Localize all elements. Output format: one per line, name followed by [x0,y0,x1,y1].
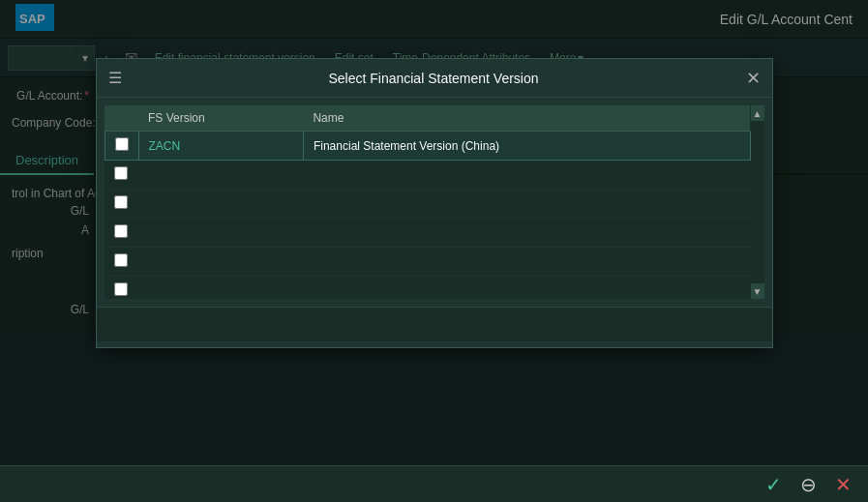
scroll-down-btn[interactable]: ▼ [751,283,764,299]
row-name-1 [303,161,750,190]
row-fs-version-3 [138,219,303,248]
close-bottom-btn[interactable]: ✕ [829,471,856,498]
table-content: FS Version Name ZACN Financial Statement… [105,105,751,299]
table-row [105,190,750,219]
row-checkbox-5[interactable] [114,282,128,296]
table-scroll-wrapper: FS Version Name ZACN Financial Statement… [105,105,764,299]
row-fs-version-2 [138,190,303,219]
modal-body: FS Version Name ZACN Financial Statement… [97,98,772,307]
modal-footer [97,307,772,341]
modal-close-btn[interactable]: ✕ [746,70,761,87]
minus-btn[interactable]: ⊖ [794,471,822,498]
scroll-track[interactable] [751,121,764,283]
modal-menu-icon[interactable]: ☰ [108,69,122,87]
col-name-header: Name [303,105,750,132]
table-row [105,248,750,277]
row-checkbox-4[interactable] [114,253,128,267]
scroll-up-btn[interactable]: ▲ [751,105,764,121]
confirm-btn[interactable]: ✓ [760,471,787,498]
col-fs-version-header: FS Version [138,105,303,132]
row-fs-version-0: ZACN [138,132,303,161]
table-row: ZACN Financial Statement Version (China) [105,132,750,161]
fs-version-table: FS Version Name ZACN Financial Statement… [105,105,751,299]
row-checkbox-0[interactable] [115,137,129,151]
row-checkbox-2[interactable] [114,195,128,209]
table-row [105,219,750,248]
page-bottom-bar: ✓ ⊖ ✕ [0,465,868,502]
row-checkbox-cell[interactable] [105,132,138,161]
modal-select-fs: ☰ Select Financial Statement Version ✕ F… [96,58,773,348]
modal-title: Select Financial Statement Version [134,71,734,86]
modal-overlay: ☰ Select Financial Statement Version ✕ F… [0,0,868,502]
col-checkbox-header [105,105,138,132]
row-fs-version-5 [138,277,303,300]
row-fs-version-4 [138,248,303,277]
table-row [105,277,750,300]
row-checkbox-1[interactable] [114,166,128,180]
row-checkbox-3[interactable] [114,224,128,238]
row-name-0: Financial Statement Version (China) [303,132,750,161]
row-fs-version-1 [138,161,303,190]
row-name-2 [303,190,750,219]
table-row [105,161,750,190]
table-scrollbar: ▲ ▼ [751,105,764,299]
modal-header: ☰ Select Financial Statement Version ✕ [97,59,772,98]
row-name-3 [303,219,750,248]
row-name-4 [303,248,750,277]
row-name-5 [303,277,750,300]
